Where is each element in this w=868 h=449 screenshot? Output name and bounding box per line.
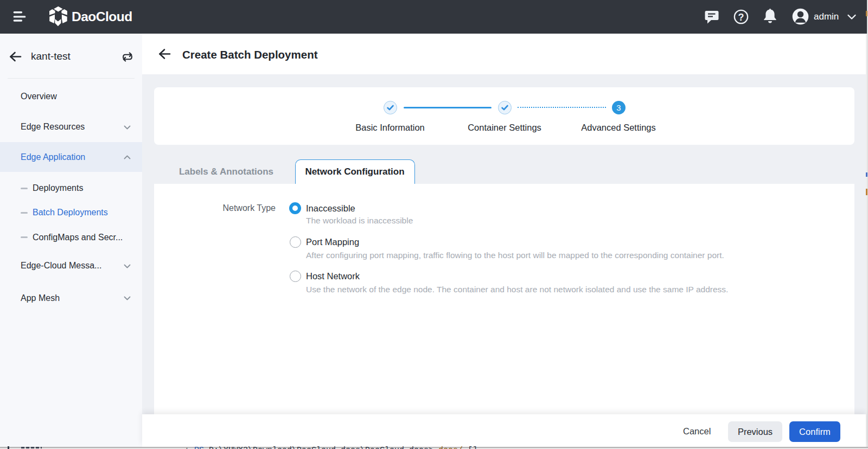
svg-text:?: ? <box>738 12 744 23</box>
